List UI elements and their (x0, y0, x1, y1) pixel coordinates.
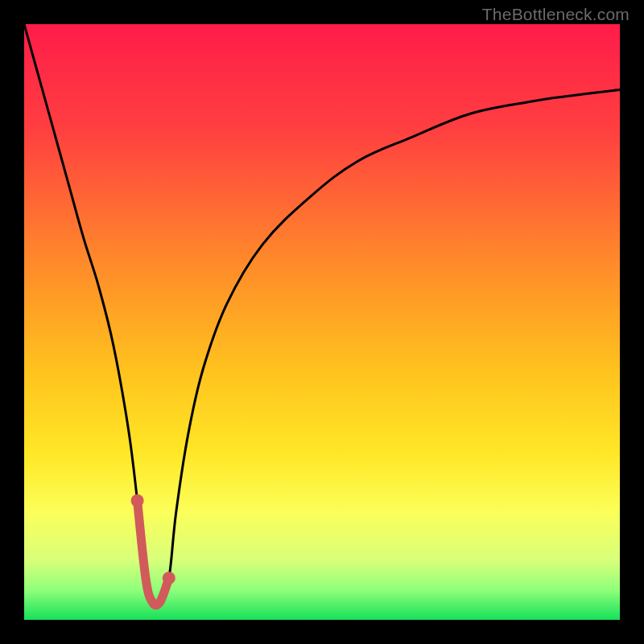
highlight-endpoint-dot (163, 572, 175, 584)
plot-area (24, 24, 620, 620)
highlight-endpoint-dot (131, 494, 144, 507)
plot-svg (24, 24, 620, 620)
chart-frame: TheBottleneck.com (0, 0, 644, 644)
watermark-text: TheBottleneck.com (482, 5, 630, 24)
optimal-range-highlight (138, 501, 169, 605)
bottleneck-curve (24, 24, 620, 605)
